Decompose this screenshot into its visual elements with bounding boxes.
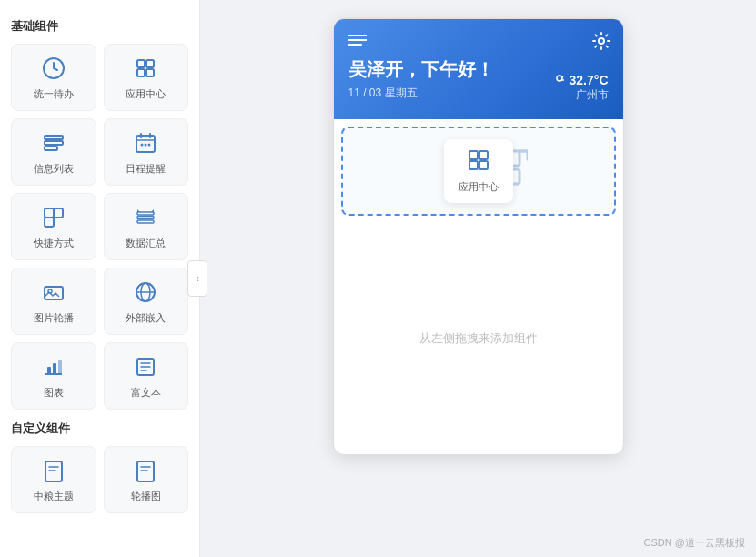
city-name: 广州市 bbox=[553, 87, 609, 103]
unified-todo-label: 统一待办 bbox=[34, 87, 74, 101]
svg-rect-37 bbox=[137, 461, 154, 481]
component-info-list[interactable]: 信息列表 bbox=[11, 118, 96, 186]
svg-rect-17 bbox=[45, 218, 54, 227]
external-embed-label: 外部嵌入 bbox=[126, 311, 166, 325]
component-shortcut[interactable]: 快捷方式 bbox=[11, 193, 96, 260]
settings-icon[interactable] bbox=[592, 32, 610, 55]
svg-rect-20 bbox=[137, 220, 154, 223]
menu-icon[interactable] bbox=[348, 34, 609, 50]
svg-rect-7 bbox=[45, 147, 57, 150]
info-list-icon bbox=[39, 128, 68, 157]
rich-text-icon bbox=[131, 352, 160, 381]
header-widget: 吴泽开，下午好！ 11 / 03 星期五 32.7°C 广州市 bbox=[334, 19, 623, 119]
svg-point-12 bbox=[141, 144, 144, 147]
svg-rect-27 bbox=[47, 367, 51, 374]
component-app-center[interactable]: 应用中心 bbox=[104, 44, 189, 111]
svg-rect-34 bbox=[45, 461, 62, 481]
mobile-preview: 吴泽开，下午好！ 11 / 03 星期五 32.7°C 广州市 bbox=[333, 18, 624, 455]
component-rich-text[interactable]: 富文本 bbox=[104, 342, 189, 410]
carousel-icon bbox=[131, 456, 160, 485]
component-data-summary[interactable]: 数据汇总 bbox=[104, 193, 189, 260]
data-summary-label: 数据汇总 bbox=[126, 237, 166, 250]
component-image-carousel[interactable]: 图片轮播 bbox=[11, 268, 96, 335]
app-center-label: 应用中心 bbox=[126, 87, 166, 101]
app-center-widget: 应用中心 bbox=[341, 127, 616, 216]
custom-components-grid: 中粮主题 轮播图 bbox=[11, 446, 188, 513]
data-summary-icon bbox=[131, 203, 160, 232]
info-list-label: 信息列表 bbox=[34, 162, 74, 176]
temp-value: 32.7°C bbox=[570, 73, 609, 87]
svg-rect-19 bbox=[137, 217, 154, 219]
component-chart[interactable]: 图表 bbox=[11, 342, 96, 410]
watermark: CSDN @道一云黑板报 bbox=[644, 536, 745, 550]
image-carousel-label: 图片轮播 bbox=[34, 311, 74, 325]
svg-rect-55 bbox=[479, 161, 488, 169]
image-carousel-icon bbox=[39, 278, 68, 307]
component-grain-theme[interactable]: 中粮主题 bbox=[11, 446, 96, 513]
svg-rect-3 bbox=[137, 69, 145, 76]
svg-point-14 bbox=[148, 144, 151, 147]
collapse-icon: ‹ bbox=[196, 272, 199, 285]
component-external-embed[interactable]: 外部嵌入 bbox=[104, 268, 189, 335]
drop-hint: 从左侧拖拽来添加组件 bbox=[334, 223, 623, 454]
component-unified-todo[interactable]: 统一待办 bbox=[11, 44, 96, 111]
svg-point-13 bbox=[145, 144, 147, 147]
section-title-basic: 基础组件 bbox=[11, 18, 188, 35]
svg-point-43 bbox=[599, 38, 604, 44]
left-panel: 基础组件 统一待办 bbox=[0, 0, 200, 557]
grain-theme-icon bbox=[39, 456, 68, 485]
svg-rect-28 bbox=[53, 363, 56, 374]
svg-line-46 bbox=[561, 76, 562, 77]
temperature-display: 32.7°C bbox=[553, 73, 609, 87]
basic-components-grid: 统一待办 应用中心 bbox=[11, 44, 188, 410]
svg-rect-29 bbox=[58, 360, 62, 374]
collapse-button[interactable]: ‹ bbox=[187, 260, 207, 297]
svg-rect-15 bbox=[45, 208, 54, 218]
svg-rect-6 bbox=[45, 141, 63, 145]
svg-rect-4 bbox=[146, 69, 154, 76]
section-title-custom: 自定义组件 bbox=[11, 420, 188, 437]
svg-rect-53 bbox=[479, 151, 488, 159]
shortcut-icon bbox=[39, 203, 68, 232]
right-panel: ‹ 吴泽开，下午好！ bbox=[200, 0, 756, 557]
svg-rect-2 bbox=[146, 60, 154, 67]
drop-hint-text: 从左侧拖拽来添加组件 bbox=[419, 330, 538, 347]
schedule-icon bbox=[131, 128, 160, 157]
component-schedule[interactable]: 日程提醒 bbox=[104, 118, 189, 186]
unified-todo-icon bbox=[39, 54, 68, 83]
shortcut-label: 快捷方式 bbox=[34, 237, 74, 250]
carousel-label: 轮播图 bbox=[131, 490, 161, 503]
grain-theme-label: 中粮主题 bbox=[34, 490, 74, 503]
chart-icon bbox=[39, 352, 68, 381]
svg-rect-16 bbox=[54, 208, 63, 218]
app-center-card-icon bbox=[467, 148, 490, 177]
svg-rect-18 bbox=[137, 212, 154, 215]
svg-rect-1 bbox=[137, 60, 145, 67]
weather-widget: 32.7°C 广州市 bbox=[553, 73, 609, 103]
component-carousel[interactable]: 轮播图 bbox=[104, 446, 189, 513]
svg-rect-54 bbox=[469, 161, 478, 169]
schedule-label: 日程提醒 bbox=[126, 162, 166, 176]
main-layout: 基础组件 统一待办 bbox=[0, 0, 756, 557]
svg-rect-5 bbox=[45, 136, 63, 139]
external-embed-icon bbox=[131, 278, 160, 307]
chart-label: 图表 bbox=[44, 386, 64, 400]
svg-rect-52 bbox=[469, 151, 478, 159]
rich-text-label: 富文本 bbox=[131, 386, 161, 400]
app-center-card-label: 应用中心 bbox=[459, 180, 499, 194]
app-center-card[interactable]: 应用中心 bbox=[444, 139, 513, 203]
app-center-icon bbox=[131, 54, 160, 83]
